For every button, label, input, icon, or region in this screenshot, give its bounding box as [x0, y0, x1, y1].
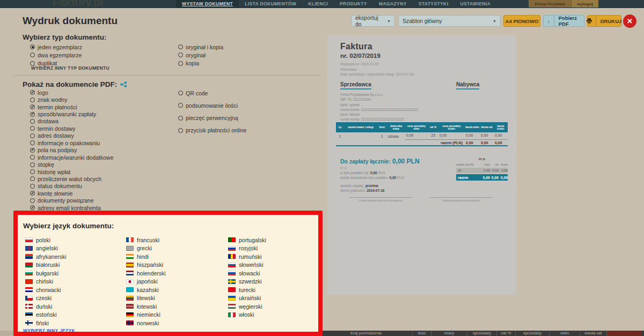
- language-item-francuski[interactable]: francuski: [126, 236, 166, 244]
- checkbox-circle-icon[interactable]: [30, 140, 35, 145]
- print-button[interactable]: DRUKUJ: [587, 15, 621, 27]
- radio-jeden-egzemplarz[interactable]: jeden egzemplarz: [30, 43, 82, 51]
- language-item-włoski[interactable]: włoski: [228, 311, 266, 319]
- checkbox-historię-wpłat[interactable]: historię wpłat: [30, 168, 113, 175]
- language-item-hindi[interactable]: hindi: [126, 252, 166, 261]
- language-item-rumuński[interactable]: rumuński: [228, 252, 266, 261]
- checkbox-qr-code[interactable]: QR code: [178, 89, 246, 96]
- language-item-bułgarski[interactable]: bułgarski: [25, 269, 67, 278]
- radio-circle-icon[interactable]: [30, 44, 35, 49]
- language-item-afrykanerski[interactable]: afrykanerski: [25, 252, 67, 261]
- checkbox-circle-icon[interactable]: [30, 155, 35, 160]
- export-to-select[interactable]: eksportuj do ▼: [351, 15, 395, 27]
- share-icon[interactable]: [120, 81, 127, 87]
- app-logo[interactable]: Faktury.pl: [53, 0, 103, 8]
- language-item-węgierski[interactable]: węgierski: [228, 302, 266, 311]
- checkbox-logo[interactable]: logo: [30, 89, 113, 96]
- checkbox-dokumenty-powiązane[interactable]: dokumenty powiązane: [30, 197, 113, 204]
- language-item-estoński[interactable]: estoński: [25, 311, 67, 319]
- logout-button[interactable]: wyloguj: [572, 0, 598, 8]
- checkbox-znak-wodny[interactable]: znak wodny: [30, 96, 113, 103]
- menu-item-wystaw-dokument[interactable]: WYSTAW DOKUMENT: [176, 0, 239, 8]
- checkbox-circle-icon[interactable]: [30, 119, 35, 124]
- language-item-portugalski[interactable]: portugalski: [228, 236, 266, 244]
- radio-circle-icon[interactable]: [178, 53, 183, 57]
- checkbox-circle-icon[interactable]: [30, 126, 35, 131]
- menu-item-lista-dokument-w[interactable]: LISTA DOKUMENTÓW: [239, 0, 302, 8]
- language-item-grecki[interactable]: grecki: [126, 244, 166, 253]
- checkbox-circle-icon[interactable]: [30, 98, 35, 102]
- language-item-hiszpański[interactable]: hiszpański: [126, 261, 166, 270]
- other-language-link[interactable]: WYBIERZ INNY JĘZYK: [23, 328, 75, 333]
- language-item-japoński[interactable]: japoński: [126, 278, 166, 286]
- checkbox-circle-icon[interactable]: [30, 133, 35, 138]
- checkbox-pola-na-podpisy[interactable]: pola na podpisy: [30, 147, 113, 154]
- radio-circle-icon[interactable]: [30, 53, 35, 57]
- language-item-szwedzki[interactable]: szwedzki: [228, 278, 266, 286]
- checkbox-circle-icon[interactable]: [30, 90, 35, 95]
- menu-item-produkty[interactable]: PRODUKTY: [334, 0, 373, 8]
- language-item-ukraiński[interactable]: ukraiński: [228, 294, 266, 303]
- checkbox-dostawa[interactable]: dostawa: [30, 118, 113, 125]
- other-doc-type-link[interactable]: WYBIERZ INNY TYP DOKUMENTU: [31, 65, 109, 71]
- checkbox-circle-icon[interactable]: [30, 112, 35, 117]
- checkbox-circle-icon[interactable]: [30, 191, 35, 196]
- language-item-chiński[interactable]: chiński: [25, 278, 67, 286]
- checkbox-circle-icon[interactable]: [178, 116, 183, 121]
- checkbox-circle-icon[interactable]: [30, 162, 35, 167]
- checkbox-circle-icon[interactable]: [30, 198, 35, 203]
- checkbox-pieczęć-perwencyjną[interactable]: pieczęć perwencyjną: [178, 115, 246, 122]
- download-pdf-button[interactable]: ↓ Pobierz PDF: [543, 15, 584, 27]
- language-item-angielski[interactable]: angielski: [25, 244, 67, 253]
- language-item-holenderski[interactable]: holenderski: [126, 269, 166, 278]
- language-item-litewski[interactable]: litewski: [126, 294, 166, 303]
- checkbox-circle-icon[interactable]: [30, 148, 35, 153]
- orientation-button[interactable]: A4 PIONOWO: [503, 15, 540, 27]
- close-icon[interactable]: ✕: [623, 14, 636, 28]
- checkbox-status-dokumentu[interactable]: status dokumentu: [30, 183, 113, 190]
- language-item-rosyjski[interactable]: rosyjski: [228, 244, 266, 253]
- menu-item-ustawienia[interactable]: USTAWIENIA: [454, 0, 496, 8]
- checkbox-termin-płatności[interactable]: termin płatności: [30, 103, 113, 110]
- language-item-polski[interactable]: polski: [25, 236, 67, 244]
- language-item-słowacki[interactable]: słowacki: [228, 269, 266, 278]
- checkbox-informacje-warunki-dodatkowe[interactable]: informacje/warunki dodatkowe: [30, 154, 113, 161]
- checkbox-podsumowanie-ilości[interactable]: podsumowanie ilości: [178, 102, 246, 109]
- radio-oryginał-i-kopia[interactable]: oryginał i kopia: [178, 43, 223, 51]
- checkbox-przeliczenie-walut-obcych[interactable]: przeliczenie walut obcych: [30, 175, 113, 182]
- radio-circle-icon[interactable]: [178, 44, 183, 49]
- checkbox-circle-icon[interactable]: [30, 205, 35, 210]
- radio-oryginał[interactable]: oryginał: [178, 51, 223, 59]
- language-item-łotewski[interactable]: łotewski: [126, 302, 166, 311]
- checkbox-circle-icon[interactable]: [30, 169, 35, 174]
- checkbox-termin-dostawy[interactable]: termin dostawy: [30, 125, 113, 132]
- menu-item-magazyny[interactable]: MAGAZYNY: [373, 0, 413, 8]
- radio-kopia[interactable]: kopia: [178, 59, 223, 68]
- checkbox-przycisk-płatności-online[interactable]: przycisk płatności online: [178, 127, 246, 134]
- language-item-czeski[interactable]: czeski: [25, 294, 67, 303]
- language-item-niemiecki[interactable]: niemiecki: [126, 311, 166, 319]
- checkbox-circle-icon[interactable]: [178, 91, 183, 95]
- checkbox-circle-icon[interactable]: [30, 184, 35, 189]
- language-item-słoweński[interactable]: słoweński: [228, 261, 266, 270]
- menu-item-klienci[interactable]: KLIENCI: [302, 0, 334, 8]
- language-item-białoruski[interactable]: białoruski: [25, 261, 67, 270]
- language-item-kazahski[interactable]: kazahski: [126, 286, 166, 294]
- checkbox-kwotę-słownie[interactable]: kwotę słownie: [30, 190, 113, 197]
- menu-item-statystyki[interactable]: STATYSTYKI: [413, 0, 455, 8]
- checkbox-circle-icon[interactable]: [178, 128, 183, 133]
- template-select[interactable]: Szablon główny ▼: [398, 15, 501, 27]
- language-item-fiński[interactable]: fiński: [25, 319, 67, 327]
- checkbox-sposób-warunki-zapłaty[interactable]: sposób/warunki zapłaty: [30, 110, 113, 117]
- radio-dwa-egzemplarze[interactable]: dwa egzemplarze: [30, 51, 82, 59]
- language-item-turecki[interactable]: turecki: [228, 286, 266, 294]
- checkbox-stopkę[interactable]: stopkę: [30, 161, 113, 168]
- account-name-button[interactable]: Firma Przykład: [529, 0, 572, 8]
- language-item-duński[interactable]: duński: [25, 302, 67, 311]
- language-item-chorwacki[interactable]: chorwacki: [25, 286, 67, 294]
- checkbox-circle-icon[interactable]: [178, 103, 183, 108]
- checkbox-informacje-o-opakowaniu[interactable]: informacje o opakowaniu: [30, 139, 113, 146]
- language-item-norweski[interactable]: norweski: [126, 319, 166, 327]
- checkbox-circle-icon[interactable]: [30, 104, 35, 109]
- checkbox-adres-dostawy[interactable]: adres dostawy: [30, 132, 113, 139]
